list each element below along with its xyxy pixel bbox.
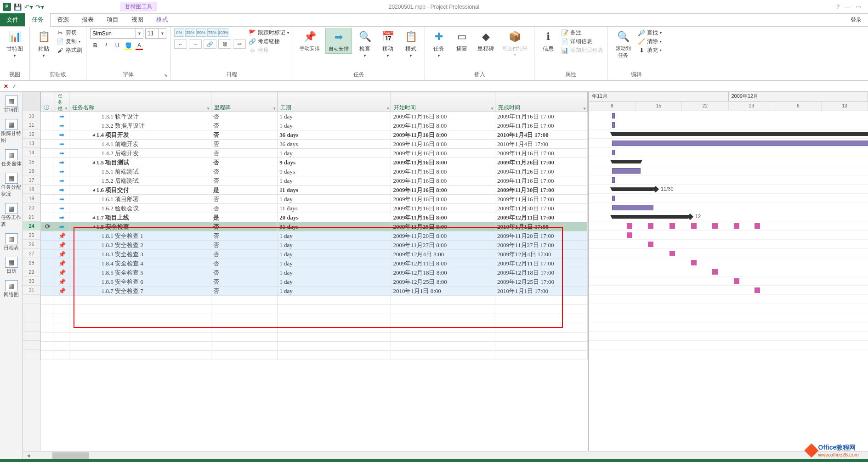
col-info[interactable]: ⓘ — [41, 92, 55, 112]
gantt-row[interactable] — [589, 231, 868, 240]
tab-resource[interactable]: 资源 — [51, 13, 75, 26]
gantt-recurring-bar[interactable] — [734, 278, 739, 284]
cell-duration[interactable]: 9 days — [278, 167, 391, 176]
cell-name[interactable]: 1.5.2 后端测试 — [69, 176, 211, 186]
gantt-row[interactable] — [589, 203, 868, 212]
outdent-button[interactable]: ← — [174, 39, 187, 49]
cell-finish[interactable]: 2009年11月30日 17:00 — [495, 186, 588, 195]
cell-name[interactable]: 1.8.1 安全检查 1 — [69, 231, 211, 241]
cell-info[interactable] — [41, 241, 55, 250]
move-button[interactable]: 📅移动▼ — [378, 28, 398, 59]
chevron-down-icon[interactable]: ▼ — [159, 28, 166, 39]
cell-finish[interactable]: 2010年1月1日 17:00 — [495, 287, 588, 296]
cell-name[interactable]: 1.3.2 数据库设计 — [69, 121, 211, 130]
col-name[interactable]: 任务名称▼ — [69, 92, 211, 112]
table-row[interactable] — [41, 305, 588, 314]
cell-mode[interactable]: ➡ — [55, 140, 69, 149]
cell-name[interactable]: 1.4.2 后端开发 — [69, 149, 211, 158]
gantt-bar[interactable] — [612, 150, 615, 155]
row-number[interactable] — [23, 332, 40, 341]
chevron-down-icon[interactable]: ▼ — [583, 107, 586, 111]
gantt-row[interactable] — [589, 240, 868, 249]
cell-name[interactable]: 1.8.6 安全检查 6 — [69, 277, 211, 287]
cell-start[interactable]: 2009年11月20日 8:00 — [391, 231, 495, 241]
cell-finish[interactable]: 2009年11月16日 17:00 — [495, 149, 588, 158]
cell-name[interactable]: 1.6.2 验收会议 — [69, 204, 211, 213]
cell-name[interactable]: 1.3.1 软件设计 — [69, 112, 211, 121]
gantt-recurring-bar[interactable] — [712, 269, 718, 275]
cell-start[interactable]: 2009年12月25日 8:00 — [391, 277, 495, 287]
cancel-entry-icon[interactable]: ✕ — [4, 83, 8, 90]
link-button[interactable]: 🔗 — [204, 39, 216, 49]
cell-finish[interactable]: 2009年11月20日 17:00 — [495, 231, 588, 241]
cell-finish[interactable]: 2009年12月11日 17:00 — [495, 259, 588, 268]
indent-button[interactable]: → — [189, 39, 202, 49]
table-row[interactable]: ➡1.5 项目测试否9 days2009年11月16日 8:002009年11月… — [41, 158, 588, 167]
row-number[interactable]: 28 — [23, 258, 40, 267]
gantt-recurring-bar[interactable] — [691, 223, 697, 229]
cell-name[interactable]: 1.4.1 前端开发 — [69, 140, 211, 149]
tab-format[interactable]: 格式 — [150, 13, 175, 26]
table-row[interactable]: ➡1.6.2 验收会议否11 days2009年11月16日 8:002009年… — [41, 204, 588, 213]
row-number[interactable]: 15 — [23, 157, 40, 166]
cell-mode[interactable]: ➡ — [55, 222, 69, 231]
cell-start[interactable]: 2009年11月16日 8:00 — [391, 186, 495, 195]
mode-button[interactable]: 📋模式▼ — [401, 28, 421, 59]
cell-name[interactable]: 1.6.1 项目部署 — [69, 195, 211, 204]
gantt-row[interactable] — [589, 111, 868, 120]
cell-milestone[interactable]: 否 — [211, 149, 277, 158]
milestone-button[interactable]: ◆里程碑 — [475, 28, 497, 54]
col-finish[interactable]: 完成时间▼ — [495, 92, 588, 112]
cell-milestone[interactable]: 是 — [211, 186, 277, 195]
cell-info[interactable] — [41, 158, 55, 167]
cell-milestone[interactable]: 否 — [211, 167, 277, 176]
mark-track-button[interactable]: 🚩跟踪时标记 ▾ — [249, 28, 289, 37]
cell-start[interactable]: 2009年11月16日 8:00 — [391, 213, 495, 222]
unlink-button[interactable]: ⛓ — [218, 39, 231, 49]
table-row[interactable]: ➡1.4 项目开发否36 days2009年11月16日 8:002010年1月… — [41, 130, 588, 140]
login-link[interactable]: 登录 — [844, 14, 868, 26]
font-size-input[interactable] — [145, 28, 159, 39]
manual-schedule-button[interactable]: 📌手动安排 — [297, 28, 323, 53]
gantt-row[interactable] — [589, 175, 868, 185]
view-2[interactable]: ▦任务窗体 — [0, 148, 23, 168]
paste-button[interactable]: 📋 粘贴 ▼ — [34, 28, 54, 59]
cell-mode[interactable]: ➡ — [55, 176, 69, 186]
table-row[interactable]: ➡1.4.1 前端开发否36 days2009年11月16日 8:002010年… — [41, 140, 588, 149]
row-number[interactable]: 16 — [23, 166, 40, 175]
cell-start[interactable]: 2009年11月16日 8:00 — [391, 149, 495, 158]
row-number[interactable] — [23, 341, 40, 350]
cell-mode[interactable]: ➡ — [55, 186, 69, 195]
cell-milestone[interactable]: 否 — [211, 140, 277, 149]
gantt-summary-bar[interactable] — [612, 132, 868, 136]
cell-mode[interactable]: 📌 — [55, 250, 69, 259]
table-row[interactable] — [41, 342, 588, 351]
chevron-down-icon[interactable]: ▼ — [64, 107, 68, 111]
cell-milestone[interactable]: 否 — [211, 231, 277, 241]
details-button[interactable]: 📄详细信息 — [561, 37, 603, 46]
row-number[interactable]: 18 — [23, 185, 40, 194]
accept-entry-icon[interactable]: ✓ — [12, 83, 17, 90]
gantt-recurring-bar[interactable] — [691, 260, 697, 265]
cell-duration[interactable]: 9 days — [278, 158, 391, 167]
cut-button[interactable]: ✂剪切 — [57, 28, 82, 37]
cell-info[interactable] — [41, 277, 55, 287]
notes-button[interactable]: 📝备注 — [561, 28, 603, 37]
gantt-bar[interactable] — [612, 141, 868, 146]
table-row[interactable]: 📌1.8.1 安全检查 1否1 day2009年11月20日 8:002009年… — [41, 231, 588, 241]
cell-mode[interactable]: ➡ — [55, 130, 69, 140]
auto-schedule-button[interactable]: ➡自动安排 — [325, 28, 352, 54]
gantt-row[interactable] — [589, 194, 868, 203]
cell-milestone[interactable]: 否 — [211, 195, 277, 204]
font-color-button[interactable]: A — [134, 40, 144, 51]
underline-button[interactable]: U — [112, 40, 122, 51]
cell-milestone[interactable]: 否 — [211, 287, 277, 296]
view-6[interactable]: ▦日历 — [4, 256, 19, 276]
row-number[interactable]: 19 — [23, 194, 40, 203]
cell-mode[interactable]: ➡ — [55, 112, 69, 121]
cell-start[interactable]: 2009年12月4日 8:00 — [391, 250, 495, 259]
cell-name[interactable]: 1.8.4 安全检查 4 — [69, 259, 211, 268]
italic-button[interactable]: I — [101, 40, 111, 51]
cell-start[interactable]: 2009年11月16日 8:00 — [391, 167, 495, 176]
view-5[interactable]: ▦日程表 — [3, 232, 20, 252]
